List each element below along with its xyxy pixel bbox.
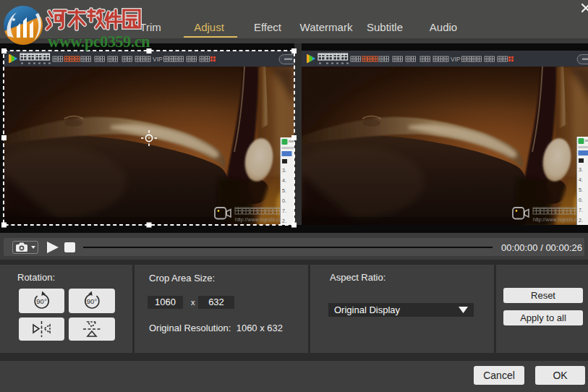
svg-text:90°: 90° <box>36 297 47 305</box>
svg-text:0.: 0. <box>282 198 286 203</box>
svg-text:2.: 2. <box>282 218 286 223</box>
svg-text:7.: 7. <box>579 208 583 213</box>
svg-text:90°: 90° <box>87 297 98 305</box>
svg-text:3.: 3. <box>579 167 583 172</box>
svg-text:3.: 3. <box>282 168 286 173</box>
svg-text:VIP: VIP <box>451 56 461 63</box>
svg-text:5.: 5. <box>282 188 286 193</box>
svg-text:4.: 4. <box>282 178 286 183</box>
svg-text:7.: 7. <box>282 208 286 213</box>
svg-text:5.: 5. <box>579 187 583 192</box>
svg-text:0.: 0. <box>579 197 583 203</box>
svg-text:4.: 4. <box>579 177 583 182</box>
svg-text:VIP: VIP <box>153 56 163 63</box>
svg-text:2.: 2. <box>579 218 583 223</box>
